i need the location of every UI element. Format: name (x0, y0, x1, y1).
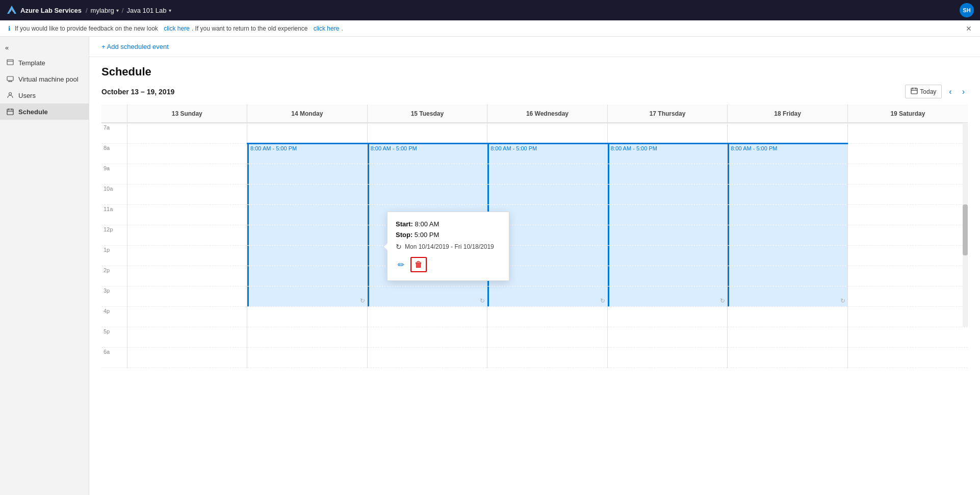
calendar-cell[interactable] (367, 306, 487, 327)
calendar-cell[interactable] (847, 123, 968, 143)
calendar-cell[interactable] (127, 266, 247, 286)
calendar-cell[interactable] (728, 204, 848, 225)
calendar-cell[interactable] (847, 286, 968, 306)
calendar-cell[interactable] (247, 204, 368, 225)
feedback-link2[interactable]: click here (314, 25, 340, 32)
event-border (247, 225, 249, 245)
calendar-cell[interactable] (487, 184, 608, 204)
day-header-monday: 14 Monday (247, 105, 368, 123)
calendar-cell[interactable] (247, 266, 368, 286)
add-event-label: + Add scheduled event (101, 43, 169, 50)
calendar-cell[interactable] (127, 327, 247, 347)
calendar-cell[interactable] (847, 225, 968, 245)
calendar-cell[interactable]: ↻ (607, 286, 728, 306)
calendar-cell[interactable] (847, 204, 968, 225)
calendar-cell[interactable] (728, 266, 848, 286)
calendar-cell[interactable] (367, 164, 487, 184)
calendar-cell[interactable] (607, 184, 728, 204)
calendar-cell[interactable] (127, 164, 247, 184)
calendar-cell[interactable] (247, 225, 368, 245)
calendar-cell[interactable] (728, 347, 848, 368)
calendar-cell[interactable] (487, 306, 608, 327)
sidebar-collapse-button[interactable]: « (0, 41, 89, 55)
calendar-cell[interactable] (607, 245, 728, 266)
calendar-cell[interactable] (847, 347, 968, 368)
calendar-cell[interactable]: ↻ (247, 286, 368, 306)
calendar-cell[interactable] (847, 184, 968, 204)
sidebar-item-vm-pool[interactable]: Virtual machine pool (0, 71, 89, 87)
calendar-cell[interactable] (367, 123, 487, 143)
breadcrumb-sep2: / (122, 7, 124, 14)
calendar-cell[interactable] (847, 306, 968, 327)
calendar-cell[interactable] (607, 347, 728, 368)
calendar-cell[interactable] (728, 327, 848, 347)
calendar-cell[interactable] (607, 266, 728, 286)
calendar-cell[interactable] (607, 225, 728, 245)
scrollbar-thumb[interactable] (963, 204, 968, 255)
calendar-cell[interactable] (607, 123, 728, 143)
calendar-cell[interactable]: ↻ (487, 286, 608, 306)
calendar-cell[interactable] (487, 123, 608, 143)
calendar-cell[interactable] (127, 123, 247, 143)
prev-week-button[interactable]: ‹ (946, 86, 955, 97)
calendar-cell[interactable] (247, 306, 368, 327)
sidebar-item-template[interactable]: Template (0, 55, 89, 71)
recurrence-icon: ↻ (396, 243, 402, 251)
calendar-cell[interactable] (607, 306, 728, 327)
calendar-cell[interactable] (367, 184, 487, 204)
calendar-cell[interactable] (487, 164, 608, 184)
user-avatar[interactable]: SH (960, 3, 974, 17)
calendar-cell[interactable]: ↻ (728, 286, 848, 306)
sidebar-item-users[interactable]: Users (0, 87, 89, 103)
calendar-cell[interactable] (127, 225, 247, 245)
calendar-cell[interactable]: 8:00 AM - 5:00 PM (728, 143, 848, 164)
calendar-cell[interactable] (247, 327, 368, 347)
calendar-cell[interactable] (367, 347, 487, 368)
calendar-cell[interactable] (728, 245, 848, 266)
calendar-cell[interactable] (607, 164, 728, 184)
feedback-close-button[interactable]: ✕ (966, 24, 972, 33)
sidebar-item-schedule[interactable]: Schedule (0, 103, 89, 120)
calendar-cell[interactable] (247, 245, 368, 266)
calendar-cell[interactable] (847, 327, 968, 347)
popup-delete-button[interactable]: 🗑 (410, 257, 427, 272)
calendar-cell[interactable] (728, 306, 848, 327)
calendar-cell[interactable] (247, 184, 368, 204)
calendar-cell[interactable] (847, 143, 968, 164)
breadcrumb-lab[interactable]: Java 101 Lab ▾ (126, 7, 171, 14)
calendar-cell[interactable] (728, 164, 848, 184)
calendar-cell[interactable] (127, 347, 247, 368)
breadcrumb-mylabrg[interactable]: mylabrg ▾ (91, 7, 119, 14)
calendar-cell[interactable]: ↻ (367, 286, 487, 306)
calendar-cell[interactable] (367, 327, 487, 347)
popup-edit-button[interactable]: ✏ (396, 258, 406, 272)
calendar-cell[interactable] (607, 327, 728, 347)
calendar-cell[interactable] (847, 164, 968, 184)
calendar-cell[interactable] (847, 245, 968, 266)
calendar-cell[interactable] (487, 347, 608, 368)
calendar-cell[interactable] (847, 266, 968, 286)
calendar-cell[interactable] (127, 306, 247, 327)
calendar-cell[interactable]: 8:00 AM - 5:00 PM (487, 143, 608, 164)
calendar-cell[interactable] (127, 286, 247, 306)
calendar-cell[interactable]: 8:00 AM - 5:00 PM (367, 143, 487, 164)
calendar-cell[interactable] (127, 143, 247, 164)
next-week-button[interactable]: › (959, 86, 968, 97)
calendar-cell[interactable] (728, 123, 848, 143)
calendar-cell[interactable] (127, 184, 247, 204)
today-button[interactable]: Today (905, 85, 942, 98)
feedback-link1[interactable]: click here (164, 25, 190, 32)
calendar-cell[interactable]: 8:00 AM - 5:00 PM (247, 143, 368, 164)
calendar-cell[interactable] (247, 123, 368, 143)
calendar-cell[interactable] (247, 347, 368, 368)
calendar-cell[interactable] (127, 245, 247, 266)
calendar-cell[interactable]: 8:00 AM - 5:00 PM (607, 143, 728, 164)
calendar-cell[interactable] (728, 184, 848, 204)
add-scheduled-event-button[interactable]: + Add scheduled event (97, 41, 173, 53)
calendar-cell[interactable] (607, 204, 728, 225)
breadcrumb-sep: / (86, 7, 88, 14)
calendar-cell[interactable] (487, 327, 608, 347)
calendar-cell[interactable] (127, 204, 247, 225)
calendar-cell[interactable] (247, 164, 368, 184)
calendar-cell[interactable] (728, 225, 848, 245)
